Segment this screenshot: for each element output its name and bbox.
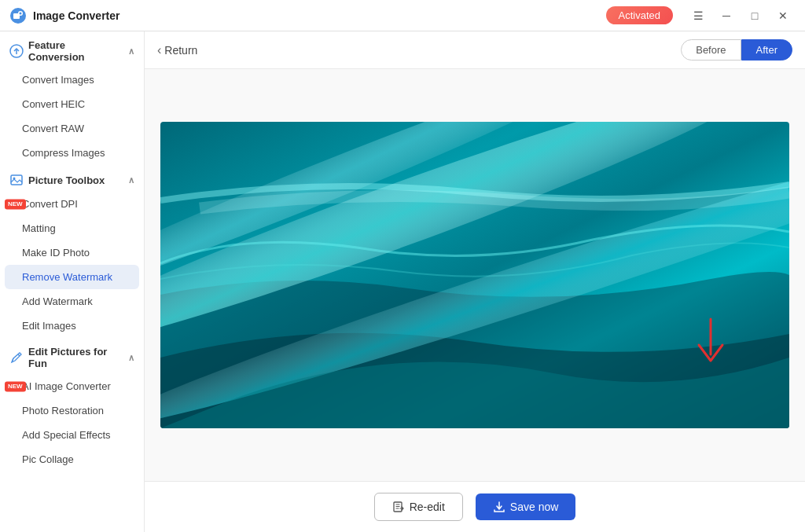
app-icon (9, 7, 27, 24)
feature-conversion-chevron: ∧ (128, 46, 134, 57)
re-edit-button[interactable]: Re-edit (374, 493, 463, 521)
edit-pictures-chevron: ∧ (128, 353, 134, 363)
feature-conversion-icon (9, 44, 24, 58)
sidebar-item-compress-images[interactable]: Compress Images (0, 141, 144, 165)
main-layout: Feature Conversion ∧ Convert Images Conv… (0, 31, 805, 532)
content-area: ‹ Return Before After (145, 31, 805, 532)
image-container (160, 122, 789, 428)
svg-rect-5 (11, 175, 22, 185)
sidebar-item-convert-dpi[interactable]: NEW Convert DPI (0, 192, 144, 216)
sidebar-item-add-watermark[interactable]: Add Watermark (0, 289, 144, 314)
activated-button[interactable]: Activated (606, 6, 673, 24)
new-badge-convert-dpi: NEW (5, 199, 26, 209)
save-now-button[interactable]: Save now (476, 493, 575, 520)
re-edit-label: Re-edit (410, 501, 445, 513)
sidebar-item-add-special-effects[interactable]: Add Special Effects (0, 423, 144, 447)
title-bar-left: Image Converter (9, 7, 119, 24)
sidebar-item-convert-images[interactable]: Convert Images (0, 68, 144, 92)
close-button[interactable]: ✕ (770, 5, 796, 27)
sidebar-item-make-id-photo[interactable]: Make ID Photo (0, 240, 144, 265)
title-bar: Image Converter Activated ☰ ─ □ ✕ (0, 0, 805, 31)
content-header: ‹ Return Before After (145, 31, 805, 69)
feature-conversion-label: Feature Conversion (28, 39, 123, 63)
save-now-label: Save now (510, 501, 558, 513)
svg-point-3 (20, 12, 22, 14)
before-after-toggle: Before After (681, 39, 792, 61)
sidebar-item-remove-watermark[interactable]: Remove Watermark (5, 265, 139, 289)
sidebar-section-picture-toolbox[interactable]: Picture Toolbox ∧ (0, 165, 144, 192)
sidebar-item-photo-restoration[interactable]: Photo Restoration (0, 398, 144, 423)
new-badge-ai-converter: NEW (5, 381, 26, 391)
sidebar-item-pic-collage[interactable]: Pic Collage (0, 447, 144, 471)
menu-button[interactable]: ☰ (686, 5, 711, 27)
sidebar-item-convert-raw[interactable]: Convert RAW (0, 116, 144, 141)
picture-toolbox-chevron: ∧ (128, 175, 134, 185)
after-button[interactable]: After (741, 39, 792, 61)
edit-pictures-icon (9, 350, 24, 365)
sidebar-item-convert-heic[interactable]: Convert HEIC (0, 92, 144, 116)
picture-toolbox-label: Picture Toolbox (28, 174, 105, 186)
title-bar-right: Activated ☰ ─ □ ✕ (606, 5, 796, 27)
app-title: Image Converter (33, 9, 119, 22)
minimize-button[interactable]: ─ (714, 5, 739, 27)
teal-image (160, 122, 789, 428)
before-button[interactable]: Before (681, 39, 741, 61)
bottom-toolbar: Re-edit Save now (145, 481, 805, 532)
return-chevron-icon: ‹ (157, 43, 161, 57)
sidebar: Feature Conversion ∧ Convert Images Conv… (0, 31, 145, 532)
re-edit-icon (392, 501, 405, 513)
edit-pictures-label: Edit Pictures for Fun (28, 346, 123, 369)
sidebar-section-feature-conversion[interactable]: Feature Conversion ∧ (0, 31, 144, 68)
return-button[interactable]: ‹ Return (157, 43, 197, 57)
sidebar-item-matting[interactable]: Matting (0, 216, 144, 240)
sidebar-section-edit-pictures-for-fun[interactable]: Edit Pictures for Fun ∧ (0, 338, 144, 374)
save-icon (493, 501, 505, 513)
maximize-button[interactable]: □ (742, 5, 767, 27)
canvas-area (145, 69, 805, 481)
picture-toolbox-icon (9, 173, 24, 187)
sidebar-item-ai-image-converter[interactable]: NEW AI Image Converter (0, 374, 144, 398)
return-label: Return (164, 44, 197, 57)
sidebar-item-edit-images[interactable]: Edit Images (0, 314, 144, 338)
